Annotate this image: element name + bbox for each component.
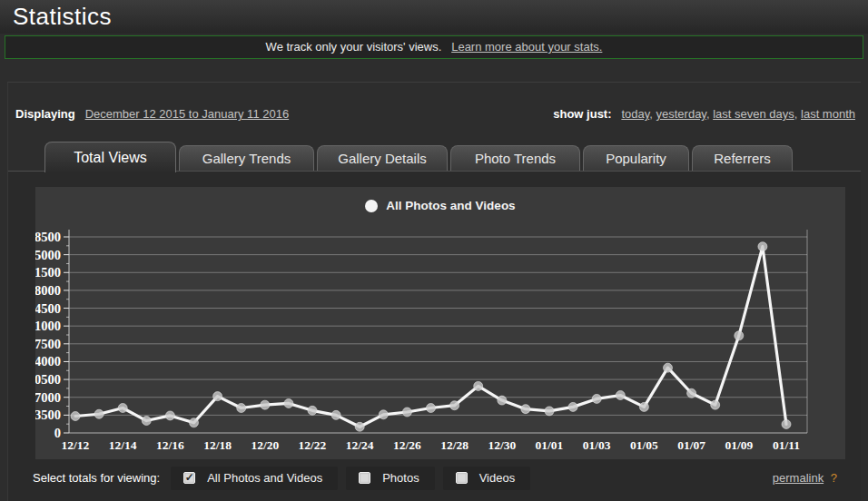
svg-text:12/12: 12/12 [62,438,90,452]
banner-message: We track only your visitors' views. [266,40,442,54]
svg-text:10500: 10500 [35,372,61,387]
svg-text:28000: 28000 [35,283,61,298]
total-views-chart: All Photos and Videos 035007000105001400… [35,187,845,459]
checkbox-label: All Photos and Videos [207,471,322,485]
tab-gallery-details[interactable]: Gallery Details [317,145,448,172]
show-just-section: show just: today, yesterday, last seven … [553,107,855,121]
chart-legend: All Photos and Videos [35,199,845,212]
date-bar: Displaying December 12 2015 to January 1… [15,107,855,121]
legend-marker-icon [365,200,378,212]
stats-content: Displaying December 12 2015 to January 1… [7,82,861,501]
svg-text:31500: 31500 [35,265,61,280]
svg-text:7000: 7000 [35,390,61,405]
tab-referrers[interactable]: Referrers [692,145,793,172]
checkbox-icon[interactable] [359,472,370,484]
stats-tabs: Total Views Gallery Trends Gallery Detai… [44,141,793,172]
quick-link-last-seven-days[interactable]: last seven days [713,107,794,121]
tab-popularity[interactable]: Popularity [583,145,689,172]
svg-text:12/20: 12/20 [251,438,279,452]
total-views-panel: All Photos and Videos 035007000105001400… [8,171,861,501]
svg-text:12/14: 12/14 [109,438,137,452]
totals-controls: Select totals for viewing: ✓ All Photos … [33,466,837,490]
svg-text:12/18: 12/18 [203,438,232,452]
svg-text:38500: 38500 [35,230,61,244]
svg-text:01/03: 01/03 [583,438,611,452]
svg-text:01/09: 01/09 [725,438,753,452]
page-title: Statistics [13,0,868,33]
checkbox-icon[interactable] [456,472,468,484]
page-header: Statistics [0,0,868,34]
tab-gallery-trends[interactable]: Gallery Trends [179,145,314,172]
svg-text:35000: 35000 [35,248,61,262]
tab-total-views[interactable]: Total Views [44,142,176,172]
checkbox-label: Photos [382,471,419,485]
svg-text:0: 0 [54,426,61,440]
svg-text:12/28: 12/28 [440,438,469,452]
svg-text:12/16: 12/16 [156,438,184,452]
svg-text:21000: 21000 [35,319,61,333]
svg-text:01/07: 01/07 [677,438,705,452]
checkbox-icon[interactable]: ✓ [183,472,195,484]
legend-label: All Photos and Videos [386,199,515,212]
date-range-link[interactable]: December 12 2015 to January 11 2016 [85,107,290,121]
show-just-label: show just: [553,107,611,121]
svg-text:12/22: 12/22 [299,438,327,452]
displaying-label: Displaying [15,107,75,121]
help-question-icon[interactable]: ? [831,471,837,485]
select-totals-label: Select totals for viewing: [33,471,160,485]
displaying-section: Displaying December 12 2015 to January 1… [15,107,289,121]
svg-text:01/11: 01/11 [773,438,800,452]
checkbox-photos[interactable]: Photos [346,467,434,490]
svg-text:12/30: 12/30 [488,438,516,452]
quick-link-yesterday[interactable]: yesterday [656,107,706,121]
svg-text:12/26: 12/26 [393,438,421,452]
checkbox-label: Videos [479,471,516,485]
checkbox-videos[interactable]: Videos [443,467,531,490]
quick-link-today[interactable]: today [621,107,649,121]
visitors-views-banner: We track only your visitors' views. Lear… [5,35,863,59]
svg-text:01/05: 01/05 [630,438,658,452]
permalink-section: permalink ? [773,471,837,485]
svg-text:12/24: 12/24 [346,438,374,452]
svg-text:3500: 3500 [35,408,61,422]
tab-photo-trends[interactable]: Photo Trends [450,145,580,172]
svg-text:17500: 17500 [35,337,61,351]
svg-text:01/01: 01/01 [536,438,564,452]
chart-plot-area: 0350070001050014000175002100024500280003… [35,223,845,459]
learn-more-link[interactable]: Learn more about your stats. [451,40,602,54]
permalink-link[interactable]: permalink [773,471,824,485]
checkbox-all-photos-videos[interactable]: ✓ All Photos and Videos [171,467,338,490]
svg-text:14000: 14000 [35,354,61,368]
quick-link-last-month[interactable]: last month [801,107,855,121]
svg-text:24500: 24500 [35,301,61,316]
